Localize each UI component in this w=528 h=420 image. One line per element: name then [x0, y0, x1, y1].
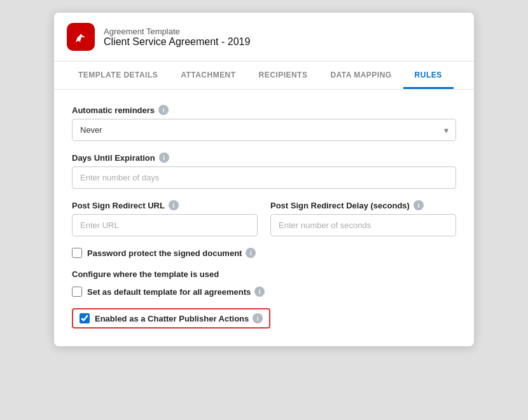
days-expiration-info-icon: i [159, 152, 169, 163]
main-window: A Agreement Template Client Service Agre… [54, 13, 474, 346]
tab-template-details[interactable]: TEMPLATE DETAILS [67, 62, 169, 89]
configure-section-heading: Configure where the template is used [72, 269, 456, 279]
enable-chatter-label: Enabled as a Chatter Publisher Actions i [95, 313, 263, 323]
password-protect-checkbox[interactable] [72, 248, 82, 258]
automatic-reminders-select[interactable]: Never Daily Weekly [72, 119, 456, 141]
app-name: Agreement Template [104, 27, 250, 36]
automatic-reminders-info-icon: i [158, 105, 169, 115]
set-default-checkbox[interactable] [72, 287, 82, 297]
post-sign-delay-group: Post Sign Redirect Delay (seconds) i [270, 200, 456, 236]
set-default-group: Set as default template for all agreemen… [72, 287, 456, 297]
post-sign-row: Post Sign Redirect URL i Post Sign Redir… [72, 200, 456, 248]
post-sign-url-input[interactable] [72, 214, 258, 236]
enable-chatter-info-icon: i [253, 313, 263, 323]
app-icon: A [67, 23, 95, 51]
password-protect-info-icon: i [246, 248, 256, 258]
rules-content: Automatic reminders i Never Daily Weekly… [54, 90, 474, 346]
tab-bar: TEMPLATE DETAILS ATTACHMENT RECIPIENTS D… [54, 62, 474, 90]
doc-name: Client Service Agreement - 2019 [104, 36, 250, 48]
tab-attachment[interactable]: ATTACHMENT [169, 62, 247, 89]
post-sign-url-group: Post Sign Redirect URL i [72, 200, 258, 236]
automatic-reminders-dropdown-wrapper: Never Daily Weekly ▾ [72, 119, 456, 141]
set-default-label: Set as default template for all agreemen… [87, 287, 265, 297]
enable-chatter-checkbox[interactable] [80, 313, 90, 323]
enable-chatter-highlight: Enabled as a Chatter Publisher Actions i [72, 308, 270, 329]
enable-chatter-group: Enabled as a Chatter Publisher Actions i [72, 308, 456, 329]
automatic-reminders-group: Automatic reminders i Never Daily Weekly… [72, 105, 456, 141]
password-protect-label: Password protect the signed document i [87, 248, 256, 258]
tab-recipients[interactable]: RECIPIENTS [247, 62, 319, 89]
post-sign-delay-input[interactable] [270, 214, 456, 236]
days-expiration-label: Days Until Expiration i [72, 152, 456, 163]
post-sign-url-info-icon: i [169, 200, 179, 210]
set-default-info-icon: i [254, 287, 265, 297]
tab-data-mapping[interactable]: DATA MAPPING [319, 62, 403, 89]
post-sign-delay-label: Post Sign Redirect Delay (seconds) i [270, 200, 456, 210]
tab-rules[interactable]: RULES [403, 62, 454, 89]
header: A Agreement Template Client Service Agre… [54, 13, 474, 62]
days-expiration-input[interactable] [72, 166, 456, 189]
automatic-reminders-label: Automatic reminders i [72, 105, 456, 115]
header-text: Agreement Template Client Service Agreem… [104, 27, 250, 48]
password-protect-group: Password protect the signed document i [72, 248, 456, 258]
svg-text:A: A [76, 36, 81, 43]
days-expiration-group: Days Until Expiration i [72, 152, 456, 189]
post-sign-delay-info-icon: i [413, 200, 424, 210]
post-sign-url-label: Post Sign Redirect URL i [72, 200, 258, 210]
